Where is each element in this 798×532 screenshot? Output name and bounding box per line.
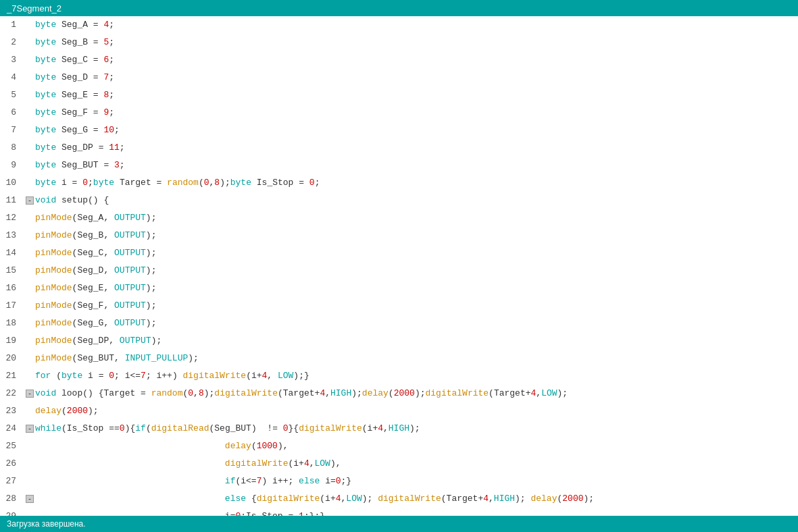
status-text: Загрузка завершена. [7,519,86,529]
title-label: _7Segment_2 [7,3,61,14]
token-param: HIGH [330,385,351,402]
token-num: 0 [309,174,315,192]
token-plain: ; [109,104,114,122]
token-plain: Target = [114,174,167,192]
token-plain: (Seg_D, [72,262,114,280]
line-number: 13 [5,227,16,244]
token-plain: Seg_E = [56,86,103,104]
token-kw: byte [35,139,56,157]
token-plain: ); [557,385,568,402]
code-line: pinMode(Seg_BUT, INPUT_PULLUP); [26,350,798,367]
token-plain: , [341,490,347,508]
token-param: OUTPUT [114,244,146,262]
line-number: 23 [5,402,16,420]
token-plain: ; [109,69,114,86]
fold-marker[interactable]: - [26,495,34,503]
token-plain: , [383,420,389,437]
code-line: delay(1000), [26,437,798,455]
line-number: 7 [5,122,16,139]
token-fn: pinMode [35,315,72,332]
token-plain: ;} [341,473,352,490]
token-plain: ); [351,385,362,402]
token-kw: byte [35,104,56,122]
token-num: 4 [262,367,268,385]
code-line: byte Seg_B = 5; [26,34,798,51]
code-line: pinMode(Seg_E, OUTPUT); [26,280,798,297]
line-number: 11 [5,192,16,209]
token-plain: (i+ [246,367,261,385]
code-line: delay(2000); [26,402,798,420]
token-plain [35,455,225,473]
token-num: 0 [120,420,125,437]
fold-marker[interactable]: - [26,390,34,398]
token-plain: ); [146,227,157,244]
fold-marker[interactable]: - [26,425,34,433]
line-number: 1 [5,16,16,34]
token-num: 8 [103,86,109,104]
token-plain: (Target+ [489,385,530,402]
code-line: byte Seg_E = 8; [26,86,798,104]
token-plain: , [193,385,199,402]
token-plain: (Seg_G, [72,315,114,332]
token-plain: (Seg_B, [72,227,114,244]
token-num: 4 [378,420,383,437]
token-kw: else [225,490,246,508]
code-line: -while(Is_Stop ==0){if(digitalRead(Seg_B… [26,420,798,437]
token-kw: if [225,473,236,490]
code-line: pinMode(Seg_DP, OUTPUT); [26,332,798,350]
token-plain: ); [146,297,157,315]
code-line: pinMode(Seg_D, OUTPUT); [26,262,798,280]
token-fn: pinMode [35,280,72,297]
token-fn: digitalWrite [214,385,278,402]
fold-marker[interactable]: - [26,196,34,205]
line-number: 3 [5,51,16,69]
token-plain: ; [109,51,114,69]
token-fn: digitalWrite [225,455,289,473]
token-plain: ( [182,385,188,402]
token-plain: ); [146,315,157,332]
token-plain: ( [389,385,394,402]
token-plain: i= [320,473,335,490]
code-line: byte Seg_DP = 11; [26,139,798,157]
code-line: digitalWrite(i+4,LOW), [26,455,798,473]
token-plain: (Is_Stop == [61,420,120,437]
code-line: byte Seg_C = 6; [26,51,798,69]
code-line: byte Seg_A = 4; [26,16,798,34]
token-plain: (i+ [362,420,378,437]
token-fn: pinMode [35,297,72,315]
code-line: - else {digitalWrite(i+4,LOW); digitalWr… [26,490,798,508]
token-plain: }{ [289,420,299,437]
token-plain: (Target+ [278,385,320,402]
token-plain: ); [146,209,157,227]
title-bar: _7Segment_2 [0,0,798,16]
code-container[interactable]: 1234567891011121314151617181920212223242… [0,16,798,516]
token-plain: ; [114,122,120,139]
token-fn: pinMode [35,350,72,367]
token-kw: byte [61,367,82,385]
token-kw: byte [35,34,56,51]
token-kw: void [35,192,56,209]
token-plain: ); [362,490,378,508]
token-plain: ); [584,490,595,508]
token-plain: (Target+ [441,490,483,508]
token-plain: Seg_C = [56,51,103,69]
token-plain [35,473,225,490]
token-plain: ); [151,332,162,350]
token-kw: byte [35,51,56,69]
token-param: OUTPUT [114,209,146,227]
line-number: 20 [5,350,16,367]
token-plain: , [309,455,315,473]
token-num: 4 [531,385,537,402]
token-kw: byte [35,122,56,139]
token-num: 0 [283,420,289,437]
line-number: 22 [5,385,16,402]
token-num: 0 [336,473,341,490]
code-line: byte Seg_D = 7; [26,69,798,86]
code-lines: byte Seg_A = 4;byte Seg_B = 5;byte Seg_C… [22,16,798,516]
token-plain: Seg_DP = [56,139,109,157]
token-plain: ); [88,402,99,420]
token-plain: ) i++; [262,473,299,490]
token-plain: Seg_A = [56,16,103,34]
token-param: OUTPUT [114,227,146,244]
line-number: 27 [5,473,16,490]
